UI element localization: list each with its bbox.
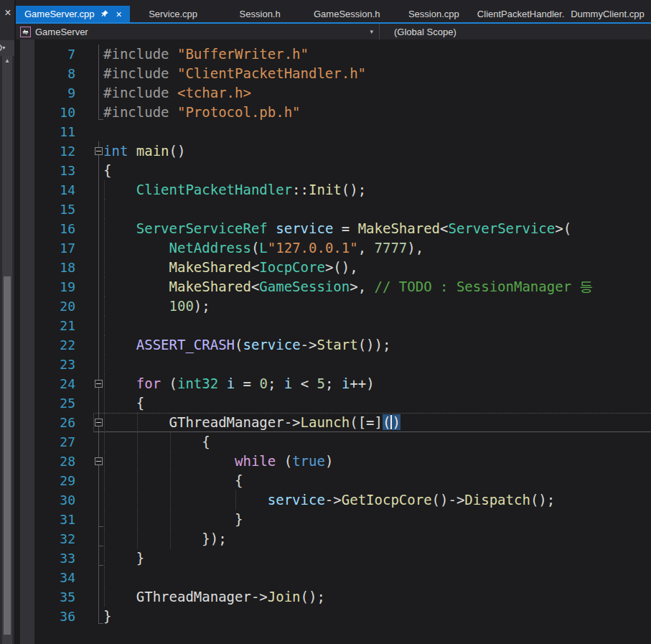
code-text[interactable]: int main() — [103, 141, 185, 161]
code-text[interactable]: while (true) — [103, 452, 333, 471]
tab-Session.h[interactable]: Session.h — [217, 6, 304, 22]
code-text[interactable]: { — [103, 393, 144, 413]
token-pp: #include — [103, 46, 177, 62]
code-line-14[interactable]: 14 ClientPacketHandler::Init(); — [16, 180, 651, 200]
code-line-9[interactable]: 9#include <tchar.h> — [16, 83, 651, 103]
line-number: 20 — [34, 297, 75, 316]
code-text[interactable]: ClientPacketHandler::Init(); — [103, 180, 366, 200]
code-line-7[interactable]: 7#include "BufferWriter.h" — [16, 45, 651, 64]
code-line-31[interactable]: 31 } — [16, 510, 651, 529]
token-def: { — [103, 395, 144, 411]
chevron-down-icon[interactable]: ▾ — [370, 28, 379, 35]
code-line-18[interactable]: 18 MakeShared<IocpCore>(), — [16, 258, 651, 277]
code-line-12[interactable]: 12int main() — [16, 141, 651, 161]
code-text[interactable]: MakeShared<GameSession>, // TODO : Sessi… — [103, 277, 594, 297]
token-var: service — [268, 492, 325, 508]
types-dropdown[interactable]: GameServer ▾ — [16, 24, 379, 39]
code-line-34[interactable]: 34 — [16, 568, 651, 587]
code-text[interactable]: NetAddress(L"127.0.0.1", 7777), — [103, 238, 423, 258]
line-number: 8 — [34, 64, 75, 83]
code-line-17[interactable]: 17 NetAddress(L"127.0.0.1", 7777), — [16, 238, 651, 258]
tab-label: ClientPacketHandler.cpp — [477, 9, 564, 19]
token-def — [218, 375, 226, 391]
code-line-16[interactable]: 16 ServerServiceRef service = MakeShared… — [16, 219, 651, 238]
code-line-22[interactable]: 22 ASSERT_CRASH(service->Start()); — [16, 335, 651, 355]
code-line-24[interactable]: 24 for (int32 i = 0; i < 5; i++) — [16, 374, 651, 393]
code-text[interactable]: service->GetIocpCore()->Dispatch(); — [103, 490, 555, 510]
token-ctl: for — [136, 375, 161, 391]
line-number: 31 — [34, 510, 75, 529]
code-line-29[interactable]: 29 { — [16, 471, 651, 490]
left-panel-scrollbar[interactable]: ▲ — [2, 56, 12, 644]
collapse-minus-icon[interactable] — [95, 380, 103, 388]
collapse-minus-icon[interactable] — [95, 457, 103, 465]
code-line-30[interactable]: 30 service->GetIocpCore()->Dispatch(); — [16, 490, 651, 510]
code-text[interactable]: ASSERT_CRASH(service->Start()); — [103, 335, 390, 355]
tab-GameSession.h[interactable]: GameSession.h — [304, 6, 390, 22]
code-line-19[interactable]: 19 MakeShared<GameSession>, // TODO : Se… — [16, 277, 651, 297]
code-line-32[interactable]: 32 }); — [16, 529, 651, 549]
code-text[interactable]: { — [103, 432, 210, 452]
code-line-10[interactable]: 10#include "Protocol.pb.h" — [16, 103, 651, 122]
panel-close-button[interactable]: × — [1, 6, 14, 20]
code-line-8[interactable]: 8#include "ClientPacketHandler.h" — [16, 64, 651, 83]
code-text[interactable]: GThreadManager->Launch([=]() — [103, 413, 401, 432]
token-def: ); — [194, 298, 210, 314]
tab-GameServer.cpp[interactable]: GameServer.cpp× — [16, 6, 130, 22]
tab-ClientPacketHandler.cpp[interactable]: ClientPacketHandler.cpp — [477, 6, 564, 22]
tab-DummyClient.cpp[interactable]: DummyClient.cpp — [564, 6, 651, 22]
token-def: < — [251, 259, 259, 275]
line-number: 29 — [34, 471, 75, 490]
code-line-13[interactable]: 13{ — [16, 161, 651, 180]
code-text[interactable]: MakeShared<IocpCore>(), — [103, 258, 358, 277]
collapse-minus-icon[interactable] — [95, 147, 103, 155]
code-line-23[interactable]: 23 — [16, 355, 651, 374]
code-text[interactable]: 100); — [103, 297, 210, 316]
line-number: 35 — [34, 587, 75, 607]
line-number: 23 — [34, 355, 75, 374]
token-def: }); — [103, 531, 227, 546]
code-text[interactable]: { — [103, 161, 111, 180]
scrollbar-thumb[interactable] — [4, 276, 11, 635]
scroll-up-arrow-icon[interactable]: ▲ — [2, 57, 12, 64]
code-text[interactable]: } — [103, 510, 243, 529]
panel-toolbar-fragment[interactable]: O▾ — [0, 40, 14, 56]
token-def — [103, 337, 136, 353]
close-icon[interactable]: × — [114, 9, 124, 19]
code-line-27[interactable]: 27 { — [16, 432, 651, 452]
code-text[interactable]: ServerServiceRef service = MakeShared<Se… — [103, 219, 571, 238]
token-type: ServerService — [449, 220, 556, 236]
code-line-20[interactable]: 20 100); — [16, 297, 651, 316]
code-line-36[interactable]: 36} — [16, 607, 651, 626]
code-line-33[interactable]: 33 } — [16, 549, 651, 568]
code-line-15[interactable]: 15 — [16, 200, 651, 219]
tab-label: Session.cpp — [408, 9, 459, 19]
token-def: ()-> — [432, 492, 465, 508]
code-text[interactable]: }); — [103, 529, 227, 549]
code-text[interactable]: for (int32 i = 0; i < 5; i++) — [103, 374, 375, 393]
code-text[interactable]: #include "BufferWriter.h" — [103, 45, 309, 64]
code-text[interactable]: #include "Protocol.pb.h" — [103, 103, 301, 122]
tab-Service.cpp[interactable]: Service.cpp — [130, 6, 217, 22]
tab-Session.cpp[interactable]: Session.cpp — [390, 6, 477, 22]
token-def — [103, 240, 169, 256]
scope-dropdown[interactable]: (Global Scope) — [379, 24, 651, 39]
collapse-minus-icon[interactable] — [95, 419, 103, 426]
code-line-26[interactable]: 26 GThreadManager->Launch([=]() — [16, 413, 651, 432]
code-line-35[interactable]: 35 GThreadManager->Join(); — [16, 587, 651, 607]
token-def: , — [358, 240, 375, 256]
code-line-25[interactable]: 25 { — [16, 393, 651, 413]
code-editor[interactable]: 7#include "BufferWriter.h"8#include "Cli… — [16, 39, 651, 644]
token-str: "BufferWriter.h" — [177, 46, 309, 62]
code-text[interactable]: { — [103, 471, 243, 490]
pin-icon[interactable] — [100, 9, 109, 19]
token-type: IocpCore — [259, 259, 325, 275]
code-text[interactable]: } — [103, 607, 111, 626]
code-line-28[interactable]: 28 while (true) — [16, 452, 651, 471]
code-line-21[interactable]: 21 — [16, 316, 651, 335]
code-text[interactable]: #include "ClientPacketHandler.h" — [103, 64, 366, 83]
code-line-11[interactable]: 11 — [16, 122, 651, 141]
code-text[interactable]: GThreadManager->Join(); — [103, 587, 325, 607]
code-text[interactable]: #include <tchar.h> — [103, 83, 251, 103]
code-text[interactable]: } — [103, 549, 144, 568]
